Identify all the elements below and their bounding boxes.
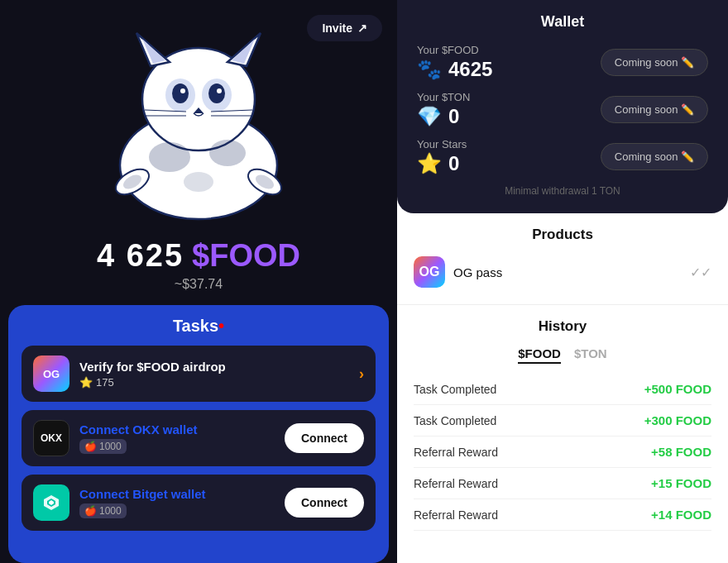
history-amount-2: +58 FOOD xyxy=(651,445,711,459)
okx-icon-text: OKX xyxy=(41,432,62,444)
history-tab-ton[interactable]: $TON xyxy=(574,345,607,364)
wallet-row-food: Your $FOOD 🐾 4625 Coming soon ✏️ xyxy=(417,44,708,81)
product-item-ogpass[interactable]: OG OG pass ✓✓ xyxy=(414,253,711,291)
balance-number: 4 625 xyxy=(97,238,184,274)
wallet-ton-info: Your $TON 💎 0 xyxy=(417,91,470,128)
wallet-food-amount: 🐾 4625 xyxy=(417,58,492,81)
wallet-stars-info: Your Stars ⭐ 0 xyxy=(417,138,467,175)
task-reward-verify: ⭐ 175 xyxy=(79,376,349,389)
task-item-okx[interactable]: OKX Connect OKX wallet 🍎 1000 Connect xyxy=(22,410,376,466)
history-amount-3: +15 FOOD xyxy=(651,476,711,490)
wallet-section: Wallet Your $FOOD 🐾 4625 Coming soon ✏️ … xyxy=(397,0,728,213)
history-item-0: Task Completed +500 FOOD xyxy=(414,374,711,405)
wallet-ton-amount: 💎 0 xyxy=(417,105,470,128)
product-check-icon: ✓✓ xyxy=(690,265,711,280)
share-icon: ↗ xyxy=(357,21,367,35)
reward-badge-bitget: 🍎 1000 xyxy=(79,503,127,518)
wallet-ton-label: Your $TON xyxy=(417,91,470,103)
wallet-stars-amount: ⭐ 0 xyxy=(417,152,467,175)
history-item-4: Referral Reward +14 FOOD xyxy=(414,499,711,531)
left-panel: Invite ↗ xyxy=(0,0,397,563)
history-label-1: Task Completed xyxy=(414,414,496,427)
task-content-verify: Verify for $FOOD airdrop ⭐ 175 xyxy=(79,360,349,389)
wallet-row-ton: Your $TON 💎 0 Coming soon ✏️ xyxy=(417,91,708,128)
right-panel: Wallet Your $FOOD 🐾 4625 Coming soon ✏️ … xyxy=(397,0,728,563)
history-item-1: Task Completed +300 FOOD xyxy=(414,405,711,437)
reward-value-verify: 175 xyxy=(96,376,114,389)
task-item-bitget[interactable]: Connect Bitget wallet 🍎 1000 Connect xyxy=(22,475,376,531)
task-content-okx: Connect OKX wallet 🍎 1000 xyxy=(79,422,275,454)
wallet-food-label: Your $FOOD xyxy=(417,44,492,56)
svg-point-11 xyxy=(217,88,222,93)
balance-food: $FOOD xyxy=(192,238,300,274)
cat-illustration xyxy=(83,17,314,231)
bitget-connect-button[interactable]: Connect xyxy=(285,488,364,518)
invite-label: Invite xyxy=(322,21,352,35)
history-item-2: Referral Reward +58 FOOD xyxy=(414,437,711,468)
history-label-2: Referral Reward xyxy=(414,446,498,459)
food-icon-okx: 🍎 xyxy=(84,441,97,452)
food-wallet-icon: 🐾 xyxy=(417,58,442,81)
history-item-3: Referral Reward +15 FOOD xyxy=(414,468,711,499)
task-icon-okx: OKX xyxy=(33,420,69,456)
product-icon-ogpass: OG xyxy=(414,256,445,288)
svg-point-9 xyxy=(208,83,225,103)
products-title: Products xyxy=(414,227,711,243)
reward-value-bitget: 1000 xyxy=(99,505,122,517)
history-label-3: Referral Reward xyxy=(414,477,498,490)
product-info-ogpass: OG OG pass xyxy=(414,256,502,288)
ton-wallet-icon: 💎 xyxy=(417,105,442,128)
wallet-stars-label: Your Stars xyxy=(417,138,467,150)
task-title-verify: Verify for $FOOD airdrop xyxy=(79,360,349,374)
notification-dot: • xyxy=(218,317,224,335)
task-reward-bitget: 🍎 1000 xyxy=(79,503,275,518)
balance-display: 4 625 $FOOD xyxy=(97,238,300,274)
history-section: History $FOOD $TON Task Completed +500 F… xyxy=(397,305,728,544)
history-label-0: Task Completed xyxy=(414,383,496,396)
chevron-icon: › xyxy=(359,365,364,383)
og-icon-text: OG xyxy=(43,368,60,380)
stars-wallet-icon: ⭐ xyxy=(417,152,442,175)
history-tab-food[interactable]: $FOOD xyxy=(518,345,561,364)
stars-coming-soon-button[interactable]: Coming soon ✏️ xyxy=(601,143,708,170)
task-content-bitget: Connect Bitget wallet 🍎 1000 xyxy=(79,487,275,518)
food-icon-bitget: 🍎 xyxy=(84,505,97,517)
star-icon: ⭐ xyxy=(79,376,93,389)
task-reward-okx: 🍎 1000 xyxy=(79,439,275,454)
history-title: History xyxy=(414,318,711,335)
svg-point-17 xyxy=(149,142,190,172)
ton-coming-soon-button[interactable]: Coming soon ✏️ xyxy=(601,96,708,123)
bitget-icon-svg xyxy=(41,492,62,513)
wallet-row-stars: Your Stars ⭐ 0 Coming soon ✏️ xyxy=(417,138,708,175)
tasks-header: Tasks• xyxy=(22,317,376,336)
history-amount-0: +500 FOOD xyxy=(644,382,711,396)
food-coming-soon-button[interactable]: Coming soon ✏️ xyxy=(601,49,708,76)
task-title-okx: Connect OKX wallet xyxy=(79,422,275,437)
reward-value-okx: 1000 xyxy=(99,441,122,452)
tasks-section: Tasks• OG Verify for $FOOD airdrop ⭐ 175… xyxy=(8,305,389,563)
wallet-food-info: Your $FOOD 🐾 4625 xyxy=(417,44,492,81)
task-title-bitget: Connect Bitget wallet xyxy=(79,487,275,501)
svg-point-8 xyxy=(172,83,189,103)
balance-usd: ~$37.74 xyxy=(175,277,223,292)
invite-button[interactable]: Invite ↗ xyxy=(307,15,382,41)
svg-point-19 xyxy=(184,172,213,192)
minimal-withdrawal-note: Minimal withdrawal 1 TON xyxy=(417,185,708,197)
task-icon-og: OG xyxy=(33,355,69,392)
svg-point-18 xyxy=(209,140,246,166)
svg-point-10 xyxy=(180,88,185,93)
products-section: Products OG OG pass ✓✓ xyxy=(397,213,728,305)
history-label-4: Referral Reward xyxy=(414,508,498,522)
history-tabs: $FOOD $TON xyxy=(414,345,711,364)
history-amount-1: +300 FOOD xyxy=(644,413,711,427)
product-name-ogpass: OG pass xyxy=(453,265,502,279)
history-amount-4: +14 FOOD xyxy=(651,508,711,522)
task-icon-bitget xyxy=(33,484,69,521)
reward-badge-okx: 🍎 1000 xyxy=(79,439,127,454)
wallet-title: Wallet xyxy=(417,13,708,31)
task-item-verify[interactable]: OG Verify for $FOOD airdrop ⭐ 175 › xyxy=(22,346,376,402)
okx-connect-button[interactable]: Connect xyxy=(285,423,364,453)
